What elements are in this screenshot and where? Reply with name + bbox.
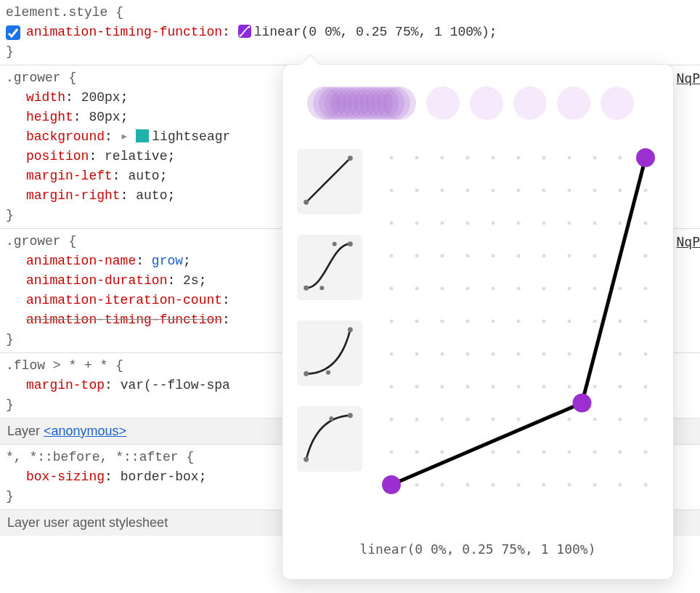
svg-point-72 [517,222,521,225]
expand-icon[interactable]: ▸ [121,129,129,144]
svg-point-69 [492,483,495,487]
preset-ease-out[interactable] [297,406,362,472]
svg-point-33 [415,385,419,389]
source-link[interactable]: NqP [676,68,700,88]
property-value[interactable]: linear(0 0%, 0.25 75%, 1 100%) [254,25,489,39]
svg-point-36 [415,483,419,487]
svg-point-87 [542,352,546,356]
layer-link[interactable]: <anonymous> [44,424,126,438]
svg-point-123 [619,451,622,454]
svg-point-114 [619,156,622,160]
preset-linear[interactable] [297,149,362,214]
selector[interactable]: .grower [6,234,61,249]
svg-point-47 [441,483,444,487]
svg-point-135 [644,483,648,487]
svg-point-97 [568,320,571,323]
svg-point-34 [415,418,419,421]
overridden-declaration: animation-timing-function [26,312,222,327]
svg-point-105 [593,222,597,225]
svg-point-98 [568,352,571,356]
svg-point-68 [492,451,495,454]
svg-point-8 [348,241,353,246]
svg-point-82 [542,189,546,193]
svg-point-121 [619,385,622,389]
svg-point-126 [644,189,648,193]
svg-point-81 [542,156,546,160]
svg-point-7 [333,242,337,246]
svg-point-99 [568,385,571,389]
curve-handle[interactable] [636,148,655,167]
svg-point-111 [593,418,597,421]
svg-point-3 [304,200,309,205]
svg-point-90 [542,451,546,454]
svg-point-70 [517,156,521,160]
svg-point-32 [415,352,419,356]
svg-point-39 [441,222,444,225]
enabled-checkbox[interactable] [6,25,20,40]
svg-point-122 [619,418,622,421]
declaration[interactable]: animation-timing-function: linear(0 0%, … [6,23,694,42]
svg-point-79 [517,451,521,454]
svg-point-64 [492,320,495,323]
svg-point-12 [304,457,309,462]
svg-point-92 [568,156,571,160]
svg-point-14 [348,413,353,418]
svg-point-56 [466,418,470,421]
svg-point-24 [390,451,394,454]
svg-point-40 [441,254,444,258]
preview-dot [557,86,590,120]
svg-point-116 [619,222,622,225]
preview-dot [426,86,460,120]
svg-point-58 [466,483,470,487]
svg-point-35 [415,451,419,454]
svg-point-66 [492,385,495,389]
svg-point-110 [593,385,597,389]
preset-ease-in[interactable] [297,320,362,386]
svg-point-20 [390,320,394,323]
svg-point-52 [466,287,470,291]
svg-point-63 [492,287,495,291]
svg-point-101 [568,451,571,454]
svg-point-115 [619,189,622,193]
svg-point-78 [517,418,521,421]
svg-point-1 [248,26,250,28]
curve-handle[interactable] [382,475,401,494]
svg-point-54 [466,352,470,356]
svg-point-74 [517,287,521,291]
svg-point-124 [619,483,622,487]
svg-point-37 [441,156,444,160]
svg-point-5 [304,286,309,291]
curve-handle[interactable] [573,394,592,413]
svg-point-6 [320,286,324,290]
selector[interactable]: .grower [6,70,61,85]
selector[interactable]: .flow > * + * [6,358,107,373]
preset-ease-in-out[interactable] [297,235,362,300]
svg-line-2 [306,158,351,203]
svg-point-107 [593,287,597,291]
svg-point-59 [492,156,495,160]
svg-point-44 [441,385,444,389]
source-link[interactable]: NqP [676,232,700,251]
preview-trail [307,86,416,120]
color-swatch[interactable] [136,129,149,142]
svg-point-65 [492,352,495,356]
svg-point-100 [568,418,571,421]
easing-curve-editor[interactable] [377,143,660,499]
svg-point-10 [326,371,330,375]
svg-point-86 [542,320,546,323]
svg-point-9 [304,371,309,376]
rule-element-style[interactable]: element.style { animation-timing-functio… [0,0,700,65]
svg-point-26 [415,156,419,160]
svg-point-13 [329,416,333,421]
svg-point-95 [568,254,571,258]
easing-value-label[interactable]: linear(0 0%, 0.25 75%, 1 100%) [282,539,673,559]
easing-swatch-icon[interactable] [238,25,251,38]
selector[interactable]: *, *::before, *::after [6,450,179,464]
svg-point-45 [441,418,444,421]
svg-point-15 [390,156,394,160]
svg-point-134 [644,451,648,454]
svg-point-130 [644,320,648,323]
svg-point-17 [390,222,394,225]
selector[interactable]: element.style [6,5,107,20]
property-name[interactable]: animation-timing-function [26,25,222,39]
